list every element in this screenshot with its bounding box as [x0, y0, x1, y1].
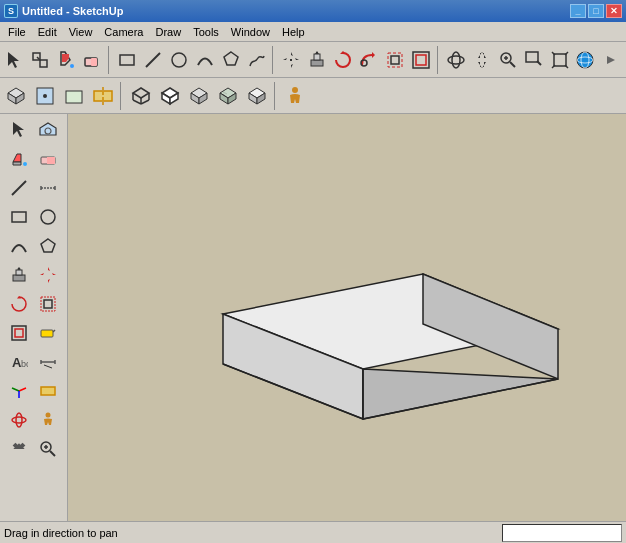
left-tool-dim[interactable] [34, 348, 62, 376]
tool-hidden-line[interactable] [156, 82, 184, 110]
left-tool-camera[interactable] [34, 116, 62, 144]
svg-rect-80 [47, 157, 55, 164]
svg-rect-19 [314, 54, 320, 60]
tool-orbit[interactable] [443, 46, 468, 74]
left-tool-circle[interactable] [34, 203, 62, 231]
tool-wireframe[interactable] [127, 82, 155, 110]
left-tool-walk[interactable] [34, 406, 62, 434]
tool-rotate[interactable] [331, 46, 356, 74]
tool-push-pull[interactable] [305, 46, 330, 74]
left-tool-row-6 [5, 261, 62, 289]
tool-top-view[interactable] [31, 82, 59, 110]
tool-person[interactable] [281, 82, 309, 110]
tool-zoom[interactable] [495, 46, 520, 74]
tool-paint-bucket[interactable] [54, 46, 79, 74]
tool-make-component[interactable] [28, 46, 53, 74]
left-tool-rect[interactable] [5, 203, 33, 231]
svg-point-11 [172, 53, 186, 67]
svg-rect-25 [388, 53, 402, 67]
minimize-button[interactable]: _ [570, 4, 586, 18]
left-tool-row-7 [5, 290, 62, 318]
left-tool-move[interactable] [34, 261, 62, 289]
titlebar: S Untitled - SketchUp _ □ ✕ [0, 0, 626, 22]
left-tool-rotate[interactable] [5, 290, 33, 318]
left-tool-eraser[interactable] [34, 145, 62, 173]
left-tool-line[interactable] [5, 174, 33, 202]
canvas-area[interactable] [68, 114, 626, 521]
svg-marker-12 [224, 52, 238, 65]
measurement-box[interactable] [502, 524, 622, 542]
canvas-svg [68, 114, 626, 521]
svg-line-81 [12, 181, 26, 195]
tool-monochrome[interactable] [243, 82, 271, 110]
left-tool-axes[interactable] [5, 377, 33, 405]
maximize-button[interactable]: □ [588, 4, 604, 18]
svg-point-6 [70, 64, 74, 68]
menu-edit[interactable]: Edit [32, 24, 63, 40]
tool-zoom-window[interactable] [521, 46, 546, 74]
svg-line-117 [50, 451, 55, 456]
svg-marker-94 [40, 273, 47, 275]
tool-section-plane[interactable] [89, 82, 117, 110]
statusbar: Drag in direction to pan [0, 521, 626, 543]
menu-draw[interactable]: Draw [149, 24, 187, 40]
tool-move[interactable] [279, 46, 304, 74]
tool-get-location[interactable] [573, 46, 598, 74]
left-tool-paint[interactable] [5, 145, 33, 173]
tool-shaded[interactable] [185, 82, 213, 110]
svg-rect-4 [40, 60, 47, 67]
tool-arc[interactable] [192, 46, 217, 74]
tool-front-view[interactable] [60, 82, 88, 110]
left-tool-scale[interactable] [34, 290, 62, 318]
left-tool-row-8 [5, 319, 62, 347]
toolbar2-sep-2 [274, 82, 278, 110]
menu-tools[interactable]: Tools [187, 24, 225, 40]
menu-help[interactable]: Help [276, 24, 311, 40]
tool-circle[interactable] [166, 46, 191, 74]
left-tool-push-pull[interactable] [5, 261, 33, 289]
svg-line-32 [510, 62, 515, 67]
left-tool-arc[interactable] [5, 232, 33, 260]
tool-select[interactable] [2, 46, 27, 74]
svg-point-86 [41, 210, 55, 224]
svg-rect-101 [41, 330, 53, 337]
menu-file[interactable]: File [2, 24, 32, 40]
tool-zoom-extents[interactable] [547, 46, 572, 74]
left-tool-pan-view[interactable] [5, 435, 33, 463]
left-tool-offset[interactable] [5, 319, 33, 347]
tool-rectangle[interactable] [114, 46, 139, 74]
left-tool-zoom-view[interactable] [34, 435, 62, 463]
tool-eraser[interactable] [80, 46, 105, 74]
left-tool-text[interactable]: Abc [5, 348, 33, 376]
svg-line-41 [565, 65, 568, 68]
svg-point-42 [577, 52, 593, 68]
menu-view[interactable]: View [63, 24, 99, 40]
tool-follow-me[interactable] [357, 46, 382, 74]
tool-freehand[interactable] [244, 46, 269, 74]
left-tool-orbit-view[interactable] [5, 406, 33, 434]
tool-pan[interactable] [469, 46, 494, 74]
left-tool-tape[interactable] [34, 174, 62, 202]
left-tool-polygon[interactable] [34, 232, 62, 260]
svg-line-39 [565, 52, 568, 55]
tool-scale[interactable] [383, 46, 408, 74]
tool-line[interactable] [140, 46, 165, 74]
tool-shaded-textures[interactable] [214, 82, 242, 110]
tool-overflow[interactable] [599, 46, 624, 74]
left-tool-select[interactable] [5, 116, 33, 144]
svg-rect-97 [41, 297, 55, 311]
svg-marker-87 [41, 239, 55, 252]
menu-camera[interactable]: Camera [98, 24, 149, 40]
tool-iso-view[interactable] [2, 82, 30, 110]
svg-line-38 [552, 52, 555, 55]
tool-offset[interactable] [409, 46, 434, 74]
tool-polygon[interactable] [218, 46, 243, 74]
svg-marker-45 [607, 56, 615, 64]
left-toolbar: Abc [0, 114, 68, 521]
left-tool-tape2[interactable] [34, 319, 62, 347]
left-tool-section[interactable] [34, 377, 62, 405]
close-button[interactable]: ✕ [606, 4, 622, 18]
svg-rect-18 [311, 60, 323, 66]
menu-window[interactable]: Window [225, 24, 276, 40]
svg-rect-89 [16, 270, 22, 275]
